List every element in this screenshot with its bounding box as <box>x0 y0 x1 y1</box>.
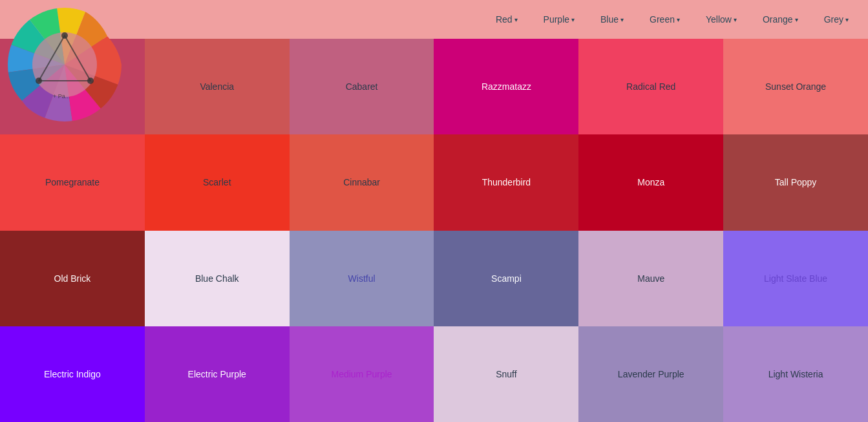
color-cell-light-wisteria[interactable]: Light Wisteria <box>723 326 868 422</box>
color-cell-old-brick[interactable]: Old Brick <box>0 231 145 326</box>
svg-point-4 <box>87 78 94 84</box>
nav-item-red[interactable]: Red <box>496 14 518 25</box>
color-cell-monza[interactable]: Monza <box>578 134 723 230</box>
color-cell-snuff[interactable]: Snuff <box>434 326 578 422</box>
color-cell-label: Lavender Purple <box>615 366 687 382</box>
color-cell-label: Pomegranate <box>43 174 102 190</box>
color-cell-blue-chalk[interactable]: Blue Chalk <box>145 231 290 326</box>
svg-text:+ Pa...: + Pa... <box>53 93 70 100</box>
color-cell-thunderbird[interactable]: Thunderbird <box>434 134 578 230</box>
color-cell-label: Valencia <box>197 79 237 94</box>
color-cell-label: Cinnabar <box>341 174 383 190</box>
color-cell-label: Medium Purple <box>328 366 394 382</box>
color-cell-scarlet[interactable]: Scarlet <box>145 134 290 230</box>
color-cell-label: Thunderbird <box>480 174 534 190</box>
color-cell-label: Electric Indigo <box>41 366 103 382</box>
color-cell-label: Mauve <box>635 271 667 286</box>
color-cell-label: Light Slate Blue <box>761 271 830 286</box>
color-cell-label: Radical Red <box>624 79 678 94</box>
color-cell-electric-purple[interactable]: Electric Purple <box>145 326 290 422</box>
color-cell-cinnabar[interactable]: Cinnabar <box>290 134 434 230</box>
color-cell-label: Light Wisteria <box>766 366 826 382</box>
svg-point-5 <box>36 78 42 84</box>
color-cell-label: Snuff <box>493 366 519 382</box>
nav-item-grey[interactable]: Grey <box>824 14 849 25</box>
color-wheel-container: + Pa... <box>0 0 136 129</box>
nav-item-yellow[interactable]: Yellow <box>706 14 737 25</box>
color-cell-label: Scampi <box>489 271 524 286</box>
color-cell-valencia[interactable]: Valencia <box>145 39 290 134</box>
color-wheel-svg: + Pa... <box>0 0 129 129</box>
color-cell-wistful[interactable]: Wistful <box>290 231 434 326</box>
color-cell-label: Sunset Orange <box>763 79 829 94</box>
svg-point-1 <box>32 32 97 97</box>
color-cell-lavender-purple[interactable]: Lavender Purple <box>578 326 723 422</box>
color-cell-medium-purple[interactable]: Medium Purple <box>290 326 434 422</box>
color-cell-label: Razzmatazz <box>479 79 534 94</box>
color-cell-label: Scarlet <box>200 174 234 190</box>
svg-point-3 <box>61 32 68 39</box>
color-cell-razzmatazz[interactable]: Razzmatazz <box>434 39 578 134</box>
color-cell-label: Old Brick <box>52 271 94 286</box>
nav-item-blue[interactable]: Blue <box>600 14 624 25</box>
color-cell-sunset-orange[interactable]: Sunset Orange <box>723 39 868 134</box>
color-cell-label: Monza <box>635 174 667 190</box>
color-cell-label: Cabaret <box>343 79 381 94</box>
color-cell-label: Wistful <box>346 271 378 286</box>
color-cell-label: Tall Poppy <box>772 174 820 190</box>
color-cell-tall-poppy[interactable]: Tall Poppy <box>723 134 868 230</box>
main-nav: RedPurpleBlueGreenYellowOrangeGrey <box>496 14 862 25</box>
color-cell-pomegranate[interactable]: Pomegranate <box>0 134 145 230</box>
color-cell-cabaret[interactable]: Cabaret <box>290 39 434 134</box>
nav-item-orange[interactable]: Orange <box>763 14 798 25</box>
nav-item-green[interactable]: Green <box>650 14 680 25</box>
nav-item-purple[interactable]: Purple <box>544 14 575 25</box>
color-cell-scampi[interactable]: Scampi <box>434 231 578 326</box>
color-cell-radical-red[interactable]: Radical Red <box>578 39 723 134</box>
color-cell-label: Blue Chalk <box>193 271 242 286</box>
color-cell-light-slate-blue[interactable]: Light Slate Blue <box>723 231 868 326</box>
color-cell-electric-indigo[interactable]: Electric Indigo <box>0 326 145 422</box>
color-cell-mauve[interactable]: Mauve <box>578 231 723 326</box>
color-cell-label: Electric Purple <box>185 366 249 382</box>
